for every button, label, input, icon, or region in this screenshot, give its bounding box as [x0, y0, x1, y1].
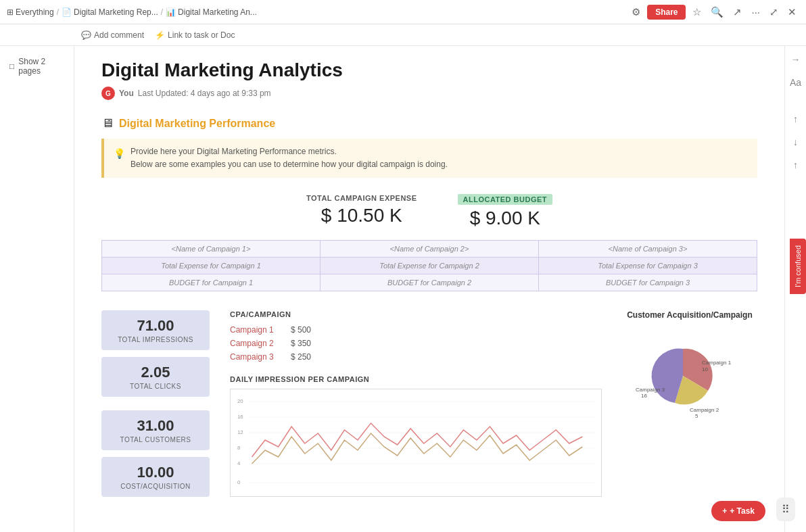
customers-box: 31.00 TOTAL CUSTOMERS — [101, 410, 210, 450]
info-line1: Provide here your Digital Marketing Perf… — [131, 145, 448, 158]
subbar: 💬 Add comment ⚡ Link to task or Doc — [0, 24, 806, 46]
cpa-campaign-name: Campaign 1 — [230, 325, 284, 335]
link-task-button[interactable]: ⚡ Link to task or Doc — [155, 30, 235, 40]
avatar: G — [101, 87, 115, 100]
cpa-campaign-value: $ 500 — [291, 325, 311, 335]
breadcrumb: ⊞ Everything / 📄 Digital Marketing Rep..… — [7, 7, 625, 17]
svg-text:16: 16 — [641, 393, 647, 399]
clicks-label: TOTAL CLICKS — [111, 383, 200, 390]
impressions-label: TOTAL IMPRESSIONS — [111, 336, 200, 343]
cpa-row: Campaign 2$ 350 — [230, 339, 602, 348]
table-row: <Name of Campaign 1><Name of Campaign 2>… — [102, 241, 757, 258]
monitor-icon: 🖥 — [101, 116, 114, 130]
up-icon[interactable]: ↑ — [790, 111, 801, 127]
apps-button[interactable]: ⠿ — [776, 498, 795, 521]
layout: □ Show 2 pages Digital Marketing Analyti… — [0, 46, 806, 532]
cpa-campaign-value: $ 250 — [291, 352, 311, 362]
line-chart-section: DAILY IMPRESSION PER CAMPAIGN 20 16 12 8… — [230, 375, 602, 497]
feedback-button[interactable]: I'm confused — [790, 238, 806, 293]
kpi-budget-value: $ 9.00 K — [458, 208, 553, 229]
clicks-box: 2.05 TOTAL CLICKS — [101, 357, 210, 397]
cpa-campaign-value: $ 350 — [291, 339, 311, 348]
svg-text:5: 5 — [695, 413, 698, 419]
close-button[interactable]: ✕ — [785, 5, 799, 20]
line-chart-svg: 20 16 12 8 4 0 — [237, 396, 594, 491]
kpi-expense: TOTAL CAMPAIGN EXPENSE $ 10.50 K — [306, 194, 417, 229]
main-content: Digital Marketing Analytics G You Last U… — [74, 46, 784, 532]
down-icon[interactable]: ↓ — [790, 134, 801, 150]
table-cell: Total Expense for Campaign 3 — [539, 258, 757, 274]
task-button[interactable]: + + Task — [711, 501, 765, 521]
page-title: Digital Marketing Analytics — [101, 59, 757, 81]
table-row: Total Expense for Campaign 1Total Expens… — [102, 258, 757, 274]
link-icon: ⚡ — [155, 30, 165, 40]
collapse-right-icon[interactable]: → — [788, 51, 803, 68]
line-chart-title: DAILY IMPRESSION PER CAMPAIGN — [230, 375, 602, 383]
svg-text:16: 16 — [237, 414, 243, 420]
kpi-budget-label: ALLOCATED BUDGET — [458, 194, 553, 205]
author-row: G You Last Updated: 4 days ago at 9:33 p… — [101, 87, 757, 100]
svg-text:0: 0 — [237, 479, 241, 485]
table-cell: <Name of Campaign 2> — [321, 241, 539, 258]
breadcrumb-everything[interactable]: ⊞ Everything — [7, 7, 54, 17]
metrics-section: 71.00 TOTAL IMPRESSIONS 2.05 TOTAL CLICK… — [101, 310, 757, 497]
share-right-icon[interactable]: ↑ — [790, 157, 801, 173]
comment-icon: 💬 — [81, 30, 91, 40]
font-size-icon[interactable]: Aa — [787, 74, 804, 91]
grid-icon: ⊞ — [7, 7, 14, 17]
cpa-title: CPA/CAMPAIGN — [230, 310, 602, 318]
author-name: You — [119, 89, 134, 98]
table-cell: BUDGET for Campaign 1 — [102, 274, 321, 291]
svg-text:Campaign 3: Campaign 3 — [636, 387, 665, 393]
share-button[interactable]: Share — [647, 5, 686, 20]
svg-text:Campaign 2: Campaign 2 — [690, 407, 719, 413]
svg-text:4: 4 — [237, 460, 241, 466]
last-updated: Last Updated: 4 days ago at 9:33 pm — [138, 89, 271, 98]
expand-button[interactable]: ⤢ — [767, 5, 781, 20]
bulb-icon: 💡 — [114, 146, 125, 171]
table-cell: <Name of Campaign 3> — [539, 241, 757, 258]
cpa-row: Campaign 1$ 500 — [230, 325, 602, 335]
cost-acq-label: COST/ACQUISITION — [111, 483, 200, 490]
table-cell: BUDGET for Campaign 2 — [321, 274, 539, 291]
chart-icon: 📊 — [166, 7, 176, 17]
line-chart-container: 20 16 12 8 4 0 — [230, 389, 602, 497]
apps-icon: ⠿ — [782, 504, 790, 515]
table-cell: Total Expense for Campaign 2 — [321, 258, 539, 274]
export-button[interactable]: ↗ — [730, 5, 744, 20]
section-title: Digital Marketing Performance — [119, 118, 275, 130]
metrics-left: 71.00 TOTAL IMPRESSIONS 2.05 TOTAL CLICK… — [101, 310, 210, 497]
info-box: 💡 Provide here your Digital Marketing Pe… — [101, 139, 757, 178]
impressions-box: 71.00 TOTAL IMPRESSIONS — [101, 310, 210, 350]
breadcrumb-analytics[interactable]: 📊 Digital Marketing An... — [166, 7, 257, 17]
pie-chart-svg: Campaign 1 10 Campaign 2 5 Campaign 3 16 — [622, 325, 744, 420]
table-cell: Total Expense for Campaign 1 — [102, 258, 321, 274]
kpi-expense-value: $ 10.50 K — [306, 205, 417, 226]
show-pages-button[interactable]: □ Show 2 pages — [5, 54, 68, 78]
kpi-budget: ALLOCATED BUDGET $ 9.00 K — [458, 194, 553, 229]
table-cell: BUDGET for Campaign 3 — [539, 274, 757, 291]
more-button[interactable]: ··· — [749, 5, 763, 19]
info-line2: Below are some examples you can use to d… — [131, 158, 448, 171]
breadcrumb-report[interactable]: 📄 Digital Marketing Rep... — [62, 7, 158, 17]
table-row: BUDGET for Campaign 1BUDGET for Campaign… — [102, 274, 757, 291]
search-button[interactable]: 🔍 — [708, 5, 726, 20]
customers-value: 31.00 — [111, 417, 200, 435]
customers-label: TOTAL CUSTOMERS — [111, 436, 200, 443]
star-button[interactable]: ☆ — [690, 5, 704, 20]
cpa-campaign-name: Campaign 3 — [230, 352, 284, 362]
cost-acq-value: 10.00 — [111, 464, 200, 481]
add-comment-button[interactable]: 💬 Add comment — [81, 30, 144, 40]
cpa-section: CPA/CAMPAIGN Campaign 1$ 500Campaign 2$ … — [230, 310, 602, 497]
pie-chart-section: Customer Acquisition/Campaign Campaign 1 — [622, 310, 757, 422]
svg-text:8: 8 — [237, 445, 241, 451]
kpi-expense-label: TOTAL CAMPAIGN EXPENSE — [306, 194, 417, 202]
cost-acq-box: 10.00 COST/ACQUISITION — [101, 457, 210, 497]
campaign-table: <Name of Campaign 1><Name of Campaign 2>… — [101, 240, 757, 291]
pages-icon: □ — [9, 62, 14, 71]
settings-button[interactable]: ⚙ — [629, 5, 643, 20]
cpa-row: Campaign 3$ 250 — [230, 352, 602, 362]
clicks-value: 2.05 — [111, 364, 200, 381]
kpi-section: TOTAL CAMPAIGN EXPENSE $ 10.50 K ALLOCAT… — [101, 194, 757, 229]
pie-chart-title: Customer Acquisition/Campaign — [622, 310, 757, 320]
